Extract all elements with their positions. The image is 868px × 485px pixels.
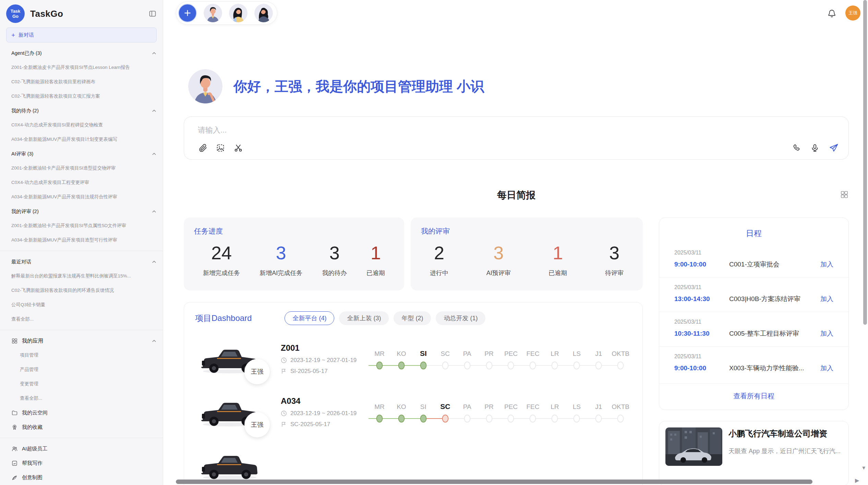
sidebar-section-header[interactable]: Agent已办 (3) <box>0 46 163 60</box>
sidebar-item[interactable]: A034-全新新能源MUV产品开发项目造型可行性评审 <box>0 233 163 247</box>
sidebar-item[interactable]: C02-飞腾新能源轻客改款项目的闭环通告反馈情况 <box>0 283 163 298</box>
milestone-node[interactable] <box>442 361 448 369</box>
sidebar-app-item[interactable]: 查看全部... <box>0 391 163 406</box>
add-member-button[interactable] <box>178 4 197 22</box>
schedule-item[interactable]: 2025/03/1113:00-14:30C003|H0B-方案冻结评审加入 <box>659 277 848 312</box>
scissors-icon[interactable] <box>233 143 243 153</box>
sidebar-item-favorites[interactable]: 我的收藏 <box>0 420 163 434</box>
view-all-schedule-link[interactable]: 查看所有日程 <box>659 384 848 410</box>
schedule-item[interactable]: 2025/03/119:00-10:00C001-立项审批会加入 <box>659 243 848 277</box>
sidebar-item[interactable]: C0X4-动力总成开发项目SI里程碑提交物检查 <box>0 118 163 132</box>
sidebar-item[interactable]: 解释最新出台的欧盟报废车法规再生塑料比例被调至15%... <box>0 269 163 283</box>
milestone-node[interactable] <box>595 361 602 369</box>
milestone-node[interactable] <box>420 414 426 422</box>
milestone-node[interactable] <box>420 361 426 369</box>
send-icon[interactable] <box>829 143 839 153</box>
milestone-node[interactable] <box>530 414 536 422</box>
sidebar-section-header[interactable]: 我的待办 (2) <box>0 103 163 118</box>
sidebar-item[interactable]: Z001-全新燃油皮卡产品开发项目SI节点Lesson Learn报告 <box>0 60 163 75</box>
milestone-node[interactable] <box>486 361 492 369</box>
milestone-node[interactable] <box>464 414 470 422</box>
milestone-node[interactable] <box>464 361 470 369</box>
schedule-date: 2025/03/11 <box>674 353 833 360</box>
chevron-up-icon[interactable] <box>152 108 157 113</box>
sidebar-app-item[interactable]: 项目管理 <box>0 348 163 362</box>
bell-icon[interactable] <box>827 9 836 18</box>
milestone-node[interactable] <box>442 414 448 422</box>
sidebar-app-item[interactable]: 变更管理 <box>0 377 163 391</box>
chevron-up-icon[interactable] <box>152 51 157 56</box>
join-link[interactable]: 加入 <box>820 295 833 303</box>
sidebar-item[interactable]: C02-飞腾新能源轻客改款项目立项汇报方案 <box>0 89 163 103</box>
sidebar-app-item[interactable]: 产品管理 <box>0 362 163 377</box>
phone-icon[interactable] <box>792 143 801 153</box>
layout-grid-icon[interactable] <box>840 190 849 199</box>
chevron-up-icon[interactable] <box>152 151 157 157</box>
sidebar-section-header[interactable]: 我的评审 (2) <box>0 204 163 219</box>
sidebar-item[interactable]: 查看全部... <box>0 312 163 326</box>
news-card[interactable]: 小鹏飞行汽车制造公司增资 天眼查 App 显示，近日广州汇天飞行汽... <box>659 421 849 485</box>
milestone-node[interactable] <box>376 414 383 422</box>
sidebar-item[interactable]: Z001-全新燃油轻卡产品开发项目SI节点属性5D文件评审 <box>0 219 163 233</box>
horizontal-scrollbar-thumb[interactable] <box>176 480 812 484</box>
milestone-node[interactable] <box>617 414 624 422</box>
milestone-node[interactable] <box>398 361 405 369</box>
sidebar-item-creative-drawing[interactable]: 创意制图 <box>0 470 163 485</box>
sidebar-toggle-icon[interactable] <box>148 10 157 18</box>
milestone-node[interactable] <box>552 361 558 369</box>
sidebar-item-help-me-write[interactable]: 帮我写作 <box>0 456 163 470</box>
dashboard-tab[interactable]: 全新平台 (4) <box>285 311 334 325</box>
milestone-node[interactable] <box>574 414 580 422</box>
milestone-node[interactable] <box>398 414 405 422</box>
new-chat-button[interactable]: + 新对话 <box>6 27 157 42</box>
milestone-node[interactable] <box>530 361 536 369</box>
schedule-title-text: X003-车辆动力学性能验... <box>729 364 816 373</box>
scroll-down-arrow-icon[interactable]: ▼ <box>861 465 866 470</box>
milestone-node[interactable] <box>508 414 514 422</box>
member-avatar-1[interactable] <box>204 4 222 22</box>
sidebar-section-header[interactable]: 最近对话 <box>0 254 163 269</box>
join-link[interactable]: 加入 <box>820 260 833 269</box>
schedule-row: 10:30-11:30C005-整车工程目标评审加入 <box>674 329 833 338</box>
milestone-node[interactable] <box>574 361 580 369</box>
schedule-item[interactable]: 2025/03/1110:30-11:30C005-整车工程目标评审加入 <box>659 312 848 346</box>
join-link[interactable]: 加入 <box>820 329 833 338</box>
sidebar-item-my-apps[interactable]: 我的应用 <box>0 334 163 348</box>
chevron-up-icon[interactable] <box>152 338 157 344</box>
sidebar-item[interactable]: A034-全新新能源MUV产品开发项目计划变更表编写 <box>0 132 163 147</box>
milestone-node[interactable] <box>552 414 558 422</box>
milestone-node[interactable] <box>376 361 383 369</box>
milestone-node[interactable] <box>617 361 624 369</box>
scroll-right-arrow-icon[interactable]: ▶ <box>855 478 859 483</box>
user-avatar[interactable]: 王强 <box>845 5 860 21</box>
join-link[interactable]: 加入 <box>820 364 833 373</box>
microphone-icon[interactable] <box>810 143 820 153</box>
dashboard-tab[interactable]: 全新上装 (3) <box>339 311 389 325</box>
sidebar-item[interactable]: C0X4-动力总成开发项目工程变更评审 <box>0 175 163 190</box>
milestone-node[interactable] <box>595 414 602 422</box>
sidebar-item-label: 查看全部... <box>11 316 157 322</box>
sidebar-section-header[interactable]: AI评审 (3) <box>0 147 163 161</box>
chat-input[interactable] <box>198 125 839 143</box>
chevron-up-icon[interactable] <box>152 209 157 214</box>
divider <box>0 438 163 438</box>
sidebar-item[interactable]: 公司Q3轻卡销量 <box>0 298 163 312</box>
sidebar-item-cloud-space[interactable]: 我的云空间 <box>0 406 163 420</box>
sidebar-item-ai-super-staff[interactable]: AI超级员工 <box>0 442 163 456</box>
image-icon[interactable] <box>216 143 225 153</box>
member-avatar-2[interactable] <box>229 4 248 22</box>
milestone-node[interactable] <box>486 414 492 422</box>
sidebar-item[interactable]: A034-全新新能源MUV产品开发项目法规符合性评审 <box>0 190 163 204</box>
dashboard-tab[interactable]: 年型 (2) <box>394 311 431 325</box>
dashboard-tab[interactable]: 动总开发 (1) <box>436 311 485 325</box>
milestone-node[interactable] <box>508 361 514 369</box>
sidebar-item[interactable]: C02-飞腾新能源轻客改款项目里程碑画布 <box>0 75 163 89</box>
schedule-item[interactable]: 2025/03/119:00-10:00X003-车辆动力学性能验...加入 <box>659 346 848 381</box>
chevron-up-icon[interactable] <box>152 259 157 264</box>
attach-icon[interactable] <box>198 143 207 153</box>
member-avatar-3[interactable] <box>254 4 273 22</box>
milestone-label: LS <box>573 348 581 358</box>
sidebar-item[interactable]: Z001-全新燃油轻卡产品开发项目SI造型提交物评审 <box>0 161 163 175</box>
vertical-scrollbar-thumb[interactable] <box>863 0 867 325</box>
stat-item: 3AI预评审 <box>486 241 511 277</box>
